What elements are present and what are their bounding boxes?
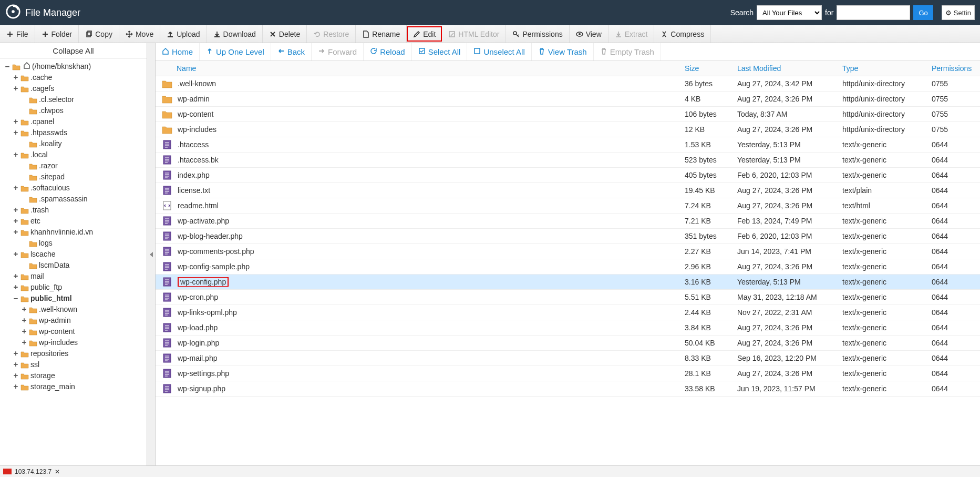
nav-unselectall-button[interactable]: Unselect All bbox=[467, 43, 531, 60]
close-icon[interactable]: ✕ bbox=[55, 468, 60, 475]
expand-toggle[interactable]: + bbox=[13, 72, 19, 83]
file-button[interactable]: File bbox=[0, 25, 35, 43]
nav-reload-button[interactable]: Reload bbox=[364, 43, 412, 60]
expand-toggle[interactable]: + bbox=[13, 116, 19, 127]
tree-node[interactable]: +repositories bbox=[4, 348, 147, 359]
download-button[interactable]: Download bbox=[207, 25, 263, 43]
tree-node[interactable]: +storage bbox=[4, 370, 147, 381]
rename-button[interactable]: Rename bbox=[356, 25, 407, 43]
tree-node[interactable]: +mail bbox=[4, 271, 147, 282]
tree-node[interactable]: +.cagefs bbox=[4, 83, 147, 94]
search-input[interactable] bbox=[837, 5, 910, 20]
table-row[interactable]: .htaccess1.53 KBYesterday, 5:13 PMtext/x… bbox=[156, 137, 980, 153]
tree-node[interactable]: +public_ftp bbox=[4, 282, 147, 293]
expand-toggle[interactable]: + bbox=[13, 249, 19, 260]
table-row[interactable]: .htaccess.bk523 bytesYesterday, 5:13 PMt… bbox=[156, 153, 980, 168]
go-button[interactable]: Go bbox=[913, 5, 933, 20]
tree-node[interactable]: .koality bbox=[4, 138, 147, 149]
expand-toggle[interactable]: + bbox=[21, 337, 27, 348]
expand-toggle[interactable]: + bbox=[13, 271, 19, 282]
tree-node[interactable]: lscmData bbox=[4, 260, 147, 271]
col-header-name[interactable]: Name bbox=[156, 61, 680, 76]
col-header-modified[interactable]: Last Modified bbox=[733, 61, 838, 76]
tree-node[interactable]: −(/home/bknskhan) bbox=[4, 61, 147, 72]
permissions-button[interactable]: Permissions bbox=[506, 25, 569, 43]
table-row[interactable]: wp-cron.php5.51 KBMay 31, 2023, 12:18 AM… bbox=[156, 290, 980, 305]
table-row[interactable]: wp-blog-header.php351 bytesFeb 6, 2020, … bbox=[156, 229, 980, 244]
tree-node[interactable]: .sitepad bbox=[4, 171, 147, 182]
expand-toggle[interactable]: + bbox=[13, 370, 19, 381]
tree-node[interactable]: +wp-content bbox=[4, 326, 147, 337]
edit-button[interactable]: Edit bbox=[407, 26, 442, 42]
table-row[interactable]: wp-comments-post.php2.27 KBJun 14, 2023,… bbox=[156, 244, 980, 259]
tree-node[interactable]: +etc bbox=[4, 216, 147, 227]
tree-node[interactable]: +wp-admin bbox=[4, 315, 147, 326]
table-row[interactable]: readme.html7.24 KBAug 27, 2024, 3:26 PMt… bbox=[156, 198, 980, 214]
expand-toggle[interactable]: − bbox=[4, 61, 11, 72]
table-row[interactable]: wp-settings.php28.1 KBAug 27, 2024, 3:26… bbox=[156, 366, 980, 381]
expand-toggle[interactable]: + bbox=[13, 149, 19, 160]
table-row[interactable]: wp-config.php3.16 KBYesterday, 5:13 PMte… bbox=[156, 275, 980, 290]
upload-button[interactable]: Upload bbox=[160, 25, 207, 43]
search-scope-select[interactable]: All Your Files bbox=[757, 5, 822, 20]
tree-node[interactable]: .razor bbox=[4, 160, 147, 171]
expand-toggle[interactable]: + bbox=[13, 348, 19, 359]
table-row[interactable]: .well-known36 bytesAug 27, 2024, 3:42 PM… bbox=[156, 76, 980, 92]
tree-node[interactable]: .clwpos bbox=[4, 105, 147, 116]
tree-node[interactable]: +wp-includes bbox=[4, 337, 147, 348]
tree-node[interactable]: +lscache bbox=[4, 249, 147, 260]
nav-home-button[interactable]: Home bbox=[156, 43, 200, 60]
expand-toggle[interactable]: + bbox=[13, 359, 19, 370]
tree-node[interactable]: .cl.selector bbox=[4, 94, 147, 105]
tree-node[interactable]: −public_html bbox=[4, 293, 147, 304]
expand-toggle[interactable]: + bbox=[13, 227, 19, 238]
table-row[interactable]: wp-mail.php8.33 KBSep 16, 2023, 12:20 PM… bbox=[156, 351, 980, 366]
tree-node[interactable]: +ssl bbox=[4, 359, 147, 370]
tree-node[interactable]: +.local bbox=[4, 149, 147, 160]
nav-selectall-button[interactable]: Select All bbox=[412, 43, 468, 60]
tree-node[interactable]: +khanhnvlinnie.id.vn bbox=[4, 227, 147, 238]
table-row[interactable]: wp-activate.php7.21 KBFeb 13, 2024, 7:49… bbox=[156, 214, 980, 229]
tree-node[interactable]: +.well-known bbox=[4, 304, 147, 315]
expand-toggle[interactable]: − bbox=[13, 293, 19, 304]
table-row[interactable]: index.php405 bytesFeb 6, 2020, 12:03 PMt… bbox=[156, 168, 980, 183]
tree-node[interactable]: +.cpanel bbox=[4, 116, 147, 127]
tree-node[interactable]: +.softaculous bbox=[4, 182, 147, 194]
collapse-all-button[interactable]: Collapse All bbox=[0, 43, 147, 59]
table-row[interactable]: wp-signup.php33.58 KBJun 19, 2023, 11:57… bbox=[156, 381, 980, 397]
table-row[interactable]: license.txt19.45 KBAug 27, 2024, 3:26 PM… bbox=[156, 183, 980, 198]
col-header-size[interactable]: Size bbox=[680, 61, 733, 76]
splitter[interactable] bbox=[147, 43, 156, 465]
nav-viewtrash-button[interactable]: View Trash bbox=[532, 43, 594, 60]
table-row[interactable]: wp-load.php3.84 KBAug 27, 2024, 3:26 PMt… bbox=[156, 320, 980, 336]
compress-button[interactable]: Compress bbox=[654, 25, 711, 43]
delete-button[interactable]: Delete bbox=[263, 25, 307, 43]
copy-button[interactable]: Copy bbox=[79, 25, 119, 43]
expand-toggle[interactable]: + bbox=[13, 182, 19, 194]
table-row[interactable]: wp-admin4 KBAug 27, 2024, 3:26 PMhttpd/u… bbox=[156, 92, 980, 107]
table-row[interactable]: wp-includes12 KBAug 27, 2024, 3:26 PMhtt… bbox=[156, 122, 980, 137]
expand-toggle[interactable]: + bbox=[13, 282, 19, 293]
move-button[interactable]: Move bbox=[119, 25, 160, 43]
col-header-permissions[interactable]: Permissions bbox=[927, 61, 980, 76]
folder-button[interactable]: Folder bbox=[35, 25, 79, 43]
tree-node[interactable]: +.trash bbox=[4, 205, 147, 216]
tree-node[interactable]: +.htpasswds bbox=[4, 127, 147, 138]
nav-up-button[interactable]: Up One Level bbox=[200, 43, 271, 60]
expand-toggle[interactable]: + bbox=[13, 127, 19, 138]
table-row[interactable]: wp-content106 bytesToday, 8:37 AMhttpd/u… bbox=[156, 107, 980, 122]
view-button[interactable]: View bbox=[570, 25, 608, 43]
expand-toggle[interactable]: + bbox=[13, 205, 19, 216]
table-row[interactable]: wp-links-opml.php2.44 KBNov 27, 2022, 2:… bbox=[156, 305, 980, 320]
expand-toggle[interactable]: + bbox=[21, 326, 27, 337]
expand-toggle[interactable]: + bbox=[13, 216, 19, 227]
settings-button[interactable]: ⚙ Settin bbox=[942, 5, 975, 20]
tree-node[interactable]: .spamassassin bbox=[4, 194, 147, 205]
expand-toggle[interactable]: + bbox=[13, 83, 19, 94]
expand-toggle[interactable]: + bbox=[21, 315, 27, 326]
table-row[interactable]: wp-login.php50.04 KBAug 27, 2024, 3:26 P… bbox=[156, 336, 980, 351]
tree-node[interactable]: +storage_main bbox=[4, 381, 147, 392]
expand-toggle[interactable]: + bbox=[13, 381, 19, 392]
tree-node[interactable]: logs bbox=[4, 238, 147, 249]
col-header-type[interactable]: Type bbox=[838, 61, 927, 76]
